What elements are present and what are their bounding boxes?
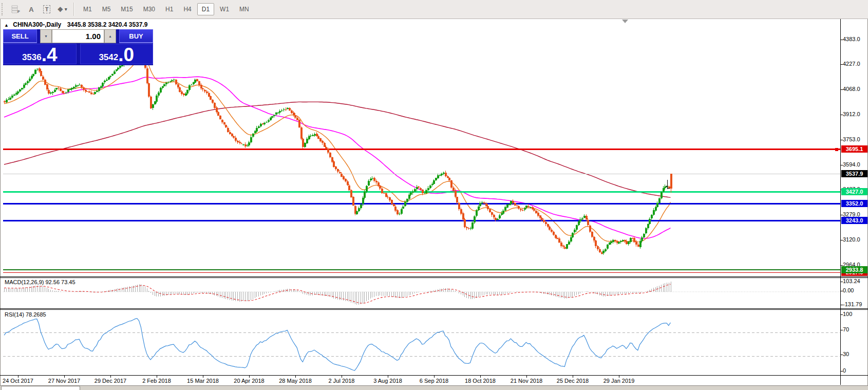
sell-price-frac: .4: [42, 46, 58, 63]
price-tick-4383.0: 4383.0: [843, 36, 860, 42]
timeframe-h1[interactable]: H1: [161, 3, 178, 15]
price-tick-4068.0: 4068.0: [843, 86, 860, 92]
macd-label: MACD(12,26,9) 92.56 73.45: [5, 279, 76, 285]
chevron-down-icon: ▾: [65, 7, 67, 12]
buy-price-main: 3542: [99, 52, 118, 63]
rsi-tick-100: 100: [843, 311, 852, 317]
toolbar-grip[interactable]: [2, 3, 5, 15]
chart-shift-marker[interactable]: [622, 20, 628, 23]
sell-price[interactable]: 3536.4: [3, 44, 77, 64]
svg-text:F: F: [17, 9, 20, 13]
macd-tick-0.00: 0.00: [843, 287, 854, 293]
price-badge-2933.8: 2933.8: [841, 266, 867, 273]
price-tick-3753.0: 3753.0: [843, 136, 860, 142]
timeframe-m5[interactable]: M5: [98, 3, 116, 15]
price-badge-3427.0: 3427.0: [841, 188, 867, 195]
charts-grid-icon[interactable]: F: [10, 3, 22, 15]
chart-title: ▲ CHINA300-,Daily 3445.8 3538.2 3420.4 3…: [4, 21, 147, 28]
buy-button[interactable]: BUY: [119, 29, 153, 43]
timeframe-m1[interactable]: M1: [79, 3, 97, 15]
timeframe-buttons: M1M5M15M30H1H4D1W1MN: [78, 3, 254, 15]
date-tick: 28 May 2018: [279, 378, 312, 384]
rsi-tick-30: 30: [843, 351, 849, 357]
macd-tick-103.24: 103.24: [843, 278, 860, 284]
sell-price-main: 3536: [22, 52, 42, 63]
price-badge-3537.9: 3537.9: [841, 170, 867, 177]
macd-tick--131.79: -131.79: [843, 301, 862, 307]
timeframe-w1[interactable]: W1: [215, 3, 234, 15]
trade-panel-toggle-icon[interactable]: ▲: [4, 23, 9, 28]
date-tick: 24 Oct 2017: [3, 378, 33, 384]
volume-increase-button[interactable]: ▴: [104, 29, 116, 43]
date-tick: 27 Nov 2017: [48, 378, 80, 384]
price-badge-3352.0: 3352.0: [841, 200, 867, 207]
timeframe-d1[interactable]: D1: [197, 3, 214, 15]
date-tick: 29 Dec 2017: [95, 378, 126, 384]
chart-tab[interactable]: [1, 386, 80, 390]
price-badge-3695.1: 3695.1: [841, 145, 867, 153]
chart-tab-bar: [0, 385, 868, 390]
symbol-period-label: CHINA300-,Daily: [13, 21, 61, 28]
buy-price-frac: .0: [118, 46, 134, 63]
date-tick: 2 Jul 2018: [329, 378, 355, 384]
timeframe-m15[interactable]: M15: [116, 3, 137, 15]
volume-decrease-button[interactable]: ▾: [40, 29, 52, 43]
rsi-label: RSI(14) 78.2685: [5, 311, 46, 318]
grid-icon: F: [11, 5, 21, 13]
date-tick: 2 Feb 2018: [142, 378, 171, 384]
shapes-icon[interactable]: ❖▾: [56, 3, 68, 15]
date-tick: 29 Jan 2019: [603, 378, 635, 384]
timeframe-h4[interactable]: H4: [179, 3, 196, 15]
price-tick-3912.0: 3912.0: [843, 111, 860, 117]
toolbar-separator: [73, 3, 74, 16]
ohlc-values: 3445.8 3538.2 3420.4 3537.9: [67, 21, 148, 28]
price-badge-3243.0: 3243.0: [841, 217, 867, 224]
diamond-icon: ❖: [57, 6, 63, 13]
date-tick: 18 Oct 2018: [465, 378, 496, 384]
text-label-icon[interactable]: T: [41, 3, 53, 15]
font-a-icon[interactable]: A: [25, 3, 37, 15]
date-tick: 3 Aug 2018: [373, 378, 402, 384]
rsi-tick-0: 0: [843, 367, 846, 374]
date-tick: 25 Dec 2018: [557, 378, 589, 384]
price-tick-3120.0: 3120.0: [843, 236, 860, 243]
one-click-trading-panel: SELL ▾ 1.00 ▴ BUY 3536.4 3542.0: [3, 29, 153, 65]
timeframe-mn[interactable]: MN: [235, 3, 254, 15]
volume-input[interactable]: 1.00: [52, 29, 104, 43]
terminal-window: F A T ❖▾ M1M5M15M30H1H4D1W1MN ▲ CHINA300…: [0, 0, 868, 390]
timeframe-m30[interactable]: M30: [139, 3, 160, 15]
price-tick-3594.0: 3594.0: [843, 161, 860, 168]
date-tick: 6 Sep 2018: [420, 378, 448, 384]
date-tick: 21 Nov 2018: [511, 378, 542, 384]
date-tick: 20 Apr 2018: [234, 378, 264, 384]
price-tick-4227.0: 4227.0: [843, 61, 860, 67]
buy-price[interactable]: 3542.0: [80, 44, 154, 64]
sell-button[interactable]: SELL: [3, 29, 37, 43]
toolbar: F A T ❖▾ M1M5M15M30H1H4D1W1MN: [0, 0, 868, 19]
boxed-t-icon: T: [43, 5, 51, 13]
rsi-tick-70: 70: [843, 326, 849, 332]
date-tick: 15 Mar 2018: [187, 378, 219, 384]
